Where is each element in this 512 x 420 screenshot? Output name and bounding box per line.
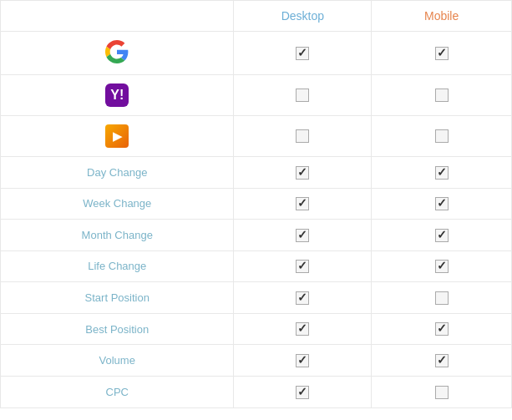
row-label-best-position: Best Position bbox=[85, 323, 149, 336]
label-cell-life-change: Life Change bbox=[1, 250, 234, 282]
checkbox-google-mobile[interactable] bbox=[435, 47, 449, 60]
label-cell-google bbox=[1, 32, 234, 75]
header-label-col bbox=[1, 1, 234, 32]
row-label-month-change: Month Change bbox=[82, 229, 153, 241]
table-row-month-change: Month Change bbox=[1, 220, 512, 251]
settings-table: Desktop Mobile Y!▶Day ChangeWeek ChangeM… bbox=[0, 0, 512, 420]
desktop-cell-google[interactable] bbox=[234, 32, 372, 75]
row-label-start-position: Start Position bbox=[85, 291, 150, 304]
checkbox-best-position-desktop[interactable] bbox=[296, 322, 309, 336]
header-desktop: Desktop bbox=[234, 1, 372, 32]
table-row-start-position: Start Position bbox=[1, 282, 512, 314]
row-label-cpc: CPC bbox=[106, 386, 129, 398]
desktop-cell-life-change[interactable] bbox=[234, 250, 372, 282]
row-label-day-change: Day Change bbox=[87, 166, 147, 179]
row-label-week-change: Week Change bbox=[83, 197, 151, 210]
mobile-cell-best-position[interactable] bbox=[372, 313, 512, 345]
table-row-yahoo: Y! bbox=[1, 75, 512, 116]
checkbox-google-desktop[interactable] bbox=[296, 47, 309, 60]
mobile-cell-start-position[interactable] bbox=[372, 282, 512, 314]
checkbox-cpc-mobile[interactable] bbox=[435, 386, 449, 399]
checkbox-start-position-desktop[interactable] bbox=[296, 291, 309, 305]
desktop-cell-volume[interactable] bbox=[234, 345, 372, 377]
desktop-cell-month-change[interactable] bbox=[234, 220, 372, 251]
table-row-volume: Volume bbox=[1, 345, 512, 377]
checkbox-yahoo-desktop[interactable] bbox=[296, 89, 309, 102]
mobile-cell-life-change[interactable] bbox=[372, 250, 512, 282]
mobile-cell-week-change[interactable] bbox=[372, 188, 512, 220]
label-cell-bing: ▶ bbox=[1, 116, 234, 157]
header-mobile: Mobile bbox=[372, 1, 512, 32]
checkbox-volume-mobile[interactable] bbox=[435, 354, 449, 367]
desktop-cell-yahoo[interactable] bbox=[234, 75, 372, 116]
mobile-cell-day-change[interactable] bbox=[372, 157, 512, 189]
bing-icon: ▶ bbox=[105, 124, 129, 148]
label-cell-volume: Volume bbox=[1, 345, 234, 377]
checkbox-life-change-desktop[interactable] bbox=[296, 260, 309, 273]
table-row-day-change: Day Change bbox=[1, 157, 512, 189]
checkbox-bing-desktop[interactable] bbox=[296, 129, 309, 143]
desktop-cell-day-change[interactable] bbox=[234, 157, 372, 189]
mobile-cell-volume[interactable] bbox=[372, 345, 512, 377]
checkbox-start-position-mobile[interactable] bbox=[435, 291, 449, 305]
table-row-best-position: Best Position bbox=[1, 313, 512, 345]
desktop-cell-week-change[interactable] bbox=[234, 188, 372, 220]
desktop-cell-start-position[interactable] bbox=[234, 282, 372, 314]
row-label-life-change: Life Change bbox=[88, 260, 146, 272]
google-icon bbox=[105, 40, 129, 63]
label-cell-month-change: Month Change bbox=[1, 220, 234, 251]
checkbox-month-change-desktop[interactable] bbox=[296, 229, 309, 242]
checkbox-life-change-mobile[interactable] bbox=[435, 260, 449, 273]
table-row-bing: ▶ bbox=[1, 116, 512, 157]
table-row-google bbox=[1, 32, 512, 75]
mobile-cell-cpc[interactable] bbox=[372, 376, 512, 407]
table-row-life-change: Life Change bbox=[1, 250, 512, 282]
checkbox-yahoo-mobile[interactable] bbox=[435, 89, 449, 102]
desktop-cell-best-position[interactable] bbox=[234, 313, 372, 345]
desktop-cell-cpc[interactable] bbox=[234, 376, 372, 407]
checkbox-month-change-mobile[interactable] bbox=[435, 229, 449, 242]
label-cell-best-position: Best Position bbox=[1, 313, 234, 345]
checkbox-day-change-mobile[interactable] bbox=[435, 166, 449, 180]
mobile-cell-yahoo[interactable] bbox=[372, 75, 512, 116]
table-row-cpc: CPC bbox=[1, 376, 512, 407]
mobile-cell-bing[interactable] bbox=[372, 116, 512, 157]
label-cell-week-change: Week Change bbox=[1, 188, 234, 220]
checkbox-volume-desktop[interactable] bbox=[296, 354, 309, 367]
checkbox-day-change-desktop[interactable] bbox=[296, 166, 309, 180]
mobile-cell-google[interactable] bbox=[372, 32, 512, 75]
checkbox-cpc-desktop[interactable] bbox=[296, 386, 309, 399]
checkbox-week-change-desktop[interactable] bbox=[296, 197, 309, 210]
row-label-volume: Volume bbox=[99, 354, 135, 367]
label-cell-start-position: Start Position bbox=[1, 282, 234, 314]
checkbox-bing-mobile[interactable] bbox=[435, 129, 449, 143]
mobile-cell-month-change[interactable] bbox=[372, 220, 512, 251]
desktop-cell-bing[interactable] bbox=[234, 116, 372, 157]
label-cell-yahoo: Y! bbox=[1, 75, 234, 116]
checkbox-best-position-mobile[interactable] bbox=[435, 322, 449, 336]
yahoo-icon: Y! bbox=[105, 83, 129, 107]
label-cell-day-change: Day Change bbox=[1, 157, 234, 189]
label-cell-cpc: CPC bbox=[1, 376, 234, 407]
table-row-week-change: Week Change bbox=[1, 188, 512, 220]
checkbox-week-change-mobile[interactable] bbox=[435, 197, 449, 210]
